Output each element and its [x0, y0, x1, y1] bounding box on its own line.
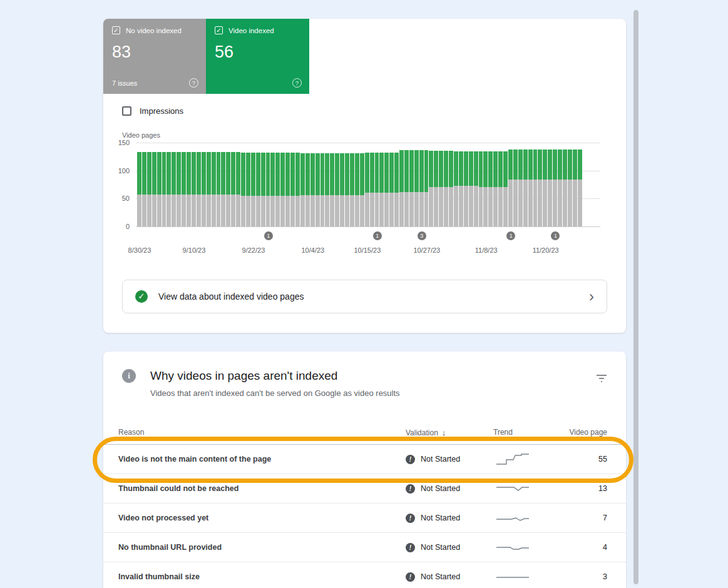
table-row[interactable]: Thumbnail could not be reached!Not Start…	[103, 474, 626, 504]
table-row[interactable]: Video is not the main content of the pag…	[103, 445, 626, 474]
chart-bar[interactable]	[152, 152, 156, 226]
chart-bar[interactable]	[207, 152, 211, 226]
chart-bar[interactable]	[488, 151, 493, 226]
chart-event-marker[interactable]: 1	[373, 231, 382, 240]
chart-bar[interactable]	[439, 151, 443, 226]
chart-bar[interactable]	[345, 153, 349, 226]
table-row[interactable]: Video not processed yet!Not Started7	[103, 504, 626, 533]
chart-bar[interactable]	[285, 153, 290, 226]
chart-bar[interactable]	[429, 151, 433, 226]
chart-bar[interactable]	[295, 153, 300, 226]
chart-bar[interactable]	[355, 153, 359, 226]
chart-bar[interactable]	[379, 153, 384, 226]
chart-bar[interactable]	[513, 150, 518, 226]
chart-bar[interactable]	[558, 150, 562, 226]
impressions-toggle[interactable]: Impressions	[122, 106, 183, 116]
help-icon[interactable]: ?	[292, 78, 302, 88]
impressions-checkbox[interactable]	[122, 106, 131, 116]
chart-bar[interactable]	[325, 153, 329, 226]
chart-bar[interactable]	[370, 153, 374, 226]
chart-bar[interactable]	[142, 152, 146, 226]
video-indexed-tile[interactable]: ✓ Video indexed 56 ?	[206, 19, 309, 94]
view-data-row[interactable]: ✓ View data about indexed video pages ›	[122, 280, 607, 313]
chart-bar[interactable]	[300, 153, 305, 226]
chart-bar[interactable]	[157, 152, 161, 226]
chart-event-marker[interactable]: 1	[506, 231, 515, 240]
chart-bar[interactable]	[399, 150, 404, 226]
chart-bar[interactable]	[578, 150, 582, 226]
column-header-reason[interactable]: Reason	[118, 428, 406, 437]
chart-bar[interactable]	[192, 152, 196, 226]
chart-bar[interactable]	[330, 153, 334, 226]
chart-bar[interactable]	[464, 151, 468, 226]
chart-event-marker[interactable]: 1	[551, 231, 560, 240]
chart-bar[interactable]	[528, 150, 533, 226]
filter-icon[interactable]	[596, 369, 607, 385]
chart-bar[interactable]	[266, 153, 270, 226]
column-header-validation[interactable]: Validation↓	[406, 428, 493, 437]
no-video-indexed-tile[interactable]: ✓ No video indexed 83 7 issues ?	[103, 19, 206, 94]
table-row[interactable]: No thumbnail URL provided!Not Started4	[103, 533, 626, 562]
chart-bar[interactable]	[182, 152, 186, 226]
chart-bar[interactable]	[563, 150, 567, 226]
chart-bar[interactable]	[404, 150, 409, 226]
chart-bar[interactable]	[137, 152, 141, 226]
chart-bar[interactable]	[419, 150, 424, 226]
chart-bar[interactable]	[365, 153, 369, 226]
chart-bar[interactable]	[335, 153, 339, 226]
column-header-trend[interactable]: Trend	[493, 428, 562, 437]
chart-bar[interactable]	[275, 153, 280, 226]
chart-bar[interactable]	[469, 151, 473, 226]
chart-bar[interactable]	[340, 153, 344, 226]
chart-bar[interactable]	[202, 152, 206, 226]
chart-bar[interactable]	[246, 153, 250, 226]
chart-event-marker[interactable]: 1	[264, 231, 273, 240]
chart-bar[interactable]	[474, 151, 478, 226]
chart-event-marker[interactable]: 3	[418, 231, 426, 240]
chart-bar[interactable]	[320, 153, 325, 226]
no-video-indexed-checkbox[interactable]: ✓	[112, 26, 120, 34]
chart-bar[interactable]	[172, 152, 176, 226]
chart-bar[interactable]	[459, 151, 463, 226]
chart-bar[interactable]	[290, 153, 295, 226]
chart-bar[interactable]	[503, 151, 508, 226]
chart-bar[interactable]	[375, 153, 379, 226]
table-row[interactable]: Invalid thumbnail size!Not Started3	[103, 562, 626, 588]
chart-bar[interactable]	[167, 152, 171, 226]
chart-bar[interactable]	[573, 150, 577, 226]
chart-bar[interactable]	[553, 150, 557, 226]
chart-bar[interactable]	[548, 150, 552, 226]
chart-bar[interactable]	[523, 150, 528, 226]
chart-bar[interactable]	[498, 151, 503, 226]
chart-bar[interactable]	[162, 152, 167, 226]
help-icon[interactable]: ?	[189, 78, 198, 88]
chart-bar[interactable]	[384, 153, 389, 226]
chart-bar[interactable]	[197, 152, 201, 226]
chart-bar[interactable]	[454, 151, 458, 226]
chart-bar[interactable]	[270, 153, 275, 226]
chart-bar[interactable]	[251, 153, 255, 226]
chart-bar[interactable]	[310, 153, 315, 226]
chart-bar[interactable]	[280, 153, 285, 226]
video-indexed-checkbox[interactable]: ✓	[215, 26, 223, 34]
chart-bar[interactable]	[533, 150, 538, 226]
chart-bar[interactable]	[177, 152, 181, 226]
chart-bar[interactable]	[350, 153, 354, 226]
chart-bar[interactable]	[394, 153, 399, 226]
chart-bar[interactable]	[508, 150, 513, 226]
column-header-video-page[interactable]: Video page	[562, 428, 607, 437]
chart-bar[interactable]	[236, 152, 240, 226]
chart-bar[interactable]	[226, 152, 230, 226]
chart-bar[interactable]	[221, 152, 225, 226]
scrollbar[interactable]	[633, 10, 638, 584]
chart-bar[interactable]	[231, 152, 235, 226]
chart-bar[interactable]	[360, 153, 364, 226]
chart-bar[interactable]	[414, 150, 419, 226]
chart-bar[interactable]	[389, 153, 394, 226]
chart-bar[interactable]	[241, 153, 245, 226]
chart-bar[interactable]	[449, 151, 453, 226]
chart-bar[interactable]	[483, 151, 488, 226]
chart-bar[interactable]	[444, 151, 448, 226]
chart-bar[interactable]	[568, 150, 572, 226]
chart-bar[interactable]	[409, 150, 414, 226]
